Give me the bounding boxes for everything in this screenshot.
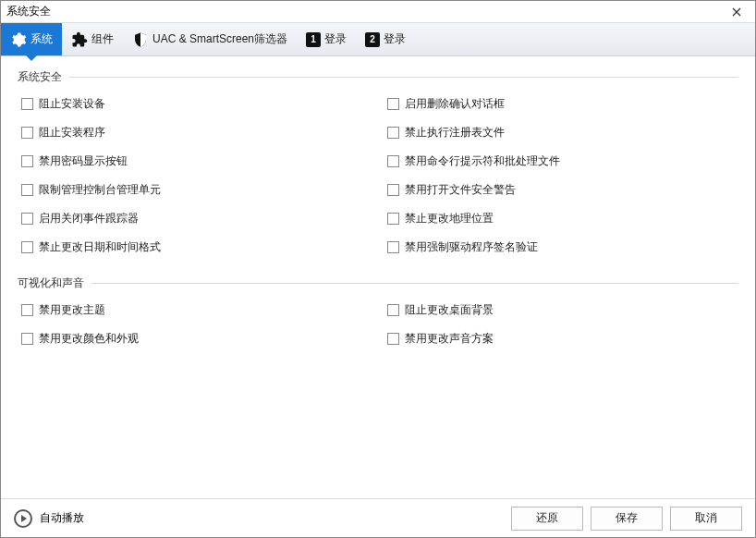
checkbox[interactable]	[21, 127, 33, 139]
checkbox[interactable]	[387, 155, 399, 167]
tab-label: 登录	[324, 31, 347, 47]
gear-icon	[10, 31, 27, 48]
option-label: 禁止执行注册表文件	[405, 125, 505, 141]
option-block-desktop-bg[interactable]: 阻止更改桌面背景	[387, 302, 735, 318]
group-title: 系统安全	[18, 69, 62, 85]
options-grid: 阻止安装设备 阻止安装程序 禁用密码显示按钮 限制管理控制台管理单元 启用关闭事…	[18, 92, 738, 266]
group-title: 可视化和声音	[18, 275, 84, 291]
group-header: 可视化和声音	[18, 275, 738, 291]
footer-left: 自动播放	[14, 509, 504, 528]
checkbox[interactable]	[21, 241, 33, 253]
save-button[interactable]: 保存	[591, 507, 663, 531]
checkbox[interactable]	[387, 98, 399, 110]
titlebar: 系统安全	[1, 1, 755, 23]
checkbox[interactable]	[387, 333, 399, 345]
checkbox[interactable]	[21, 304, 33, 316]
puzzle-icon	[71, 31, 88, 48]
option-restrict-mmc[interactable]: 限制管理控制台管理单元	[21, 182, 369, 198]
checkbox[interactable]	[387, 184, 399, 196]
restore-button[interactable]: 还原	[511, 507, 583, 531]
option-disable-datetime-format[interactable]: 禁止更改日期和时间格式	[21, 239, 369, 255]
option-label: 阻止安装程序	[39, 125, 105, 141]
close-icon	[732, 7, 741, 17]
checkbox[interactable]	[21, 98, 33, 110]
option-disable-password-reveal[interactable]: 禁用密码显示按钮	[21, 153, 369, 169]
tab-login-2[interactable]: 2 登录	[356, 23, 415, 55]
checkbox[interactable]	[387, 213, 399, 225]
checkbox[interactable]	[387, 241, 399, 253]
window-title: 系统安全	[6, 4, 51, 19]
divider	[69, 77, 738, 78]
tab-login-1[interactable]: 1 登录	[297, 23, 356, 55]
option-block-install-device[interactable]: 阻止安装设备	[21, 96, 369, 112]
checkbox[interactable]	[387, 127, 399, 139]
option-disable-color-appearance[interactable]: 禁用更改颜色和外观	[21, 331, 369, 347]
option-disable-theme-change[interactable]: 禁用更改主题	[21, 302, 369, 318]
option-label: 禁用更改声音方案	[405, 331, 494, 347]
option-disable-regfile[interactable]: 禁止执行注册表文件	[387, 125, 735, 141]
tab-label: UAC & SmartScreen筛选器	[152, 31, 287, 47]
tab-uac-smartscreen[interactable]: UAC & SmartScreen筛选器	[123, 23, 297, 55]
cancel-button[interactable]: 取消	[670, 507, 742, 531]
tab-label: 系统	[30, 31, 53, 47]
option-label: 禁止更改地理位置	[405, 211, 494, 226]
group-header: 系统安全	[18, 69, 738, 85]
option-label: 启用删除确认对话框	[405, 96, 505, 112]
options-grid: 禁用更改主题 禁用更改颜色和外观 阻止更改桌面背景 禁用更改声音方案	[18, 299, 738, 358]
autoplay-label[interactable]: 自动播放	[40, 510, 84, 526]
footer: 自动播放 还原 保存 取消	[1, 498, 755, 537]
option-enable-shutdown-tracker[interactable]: 启用关闭事件跟踪器	[21, 211, 369, 226]
option-disable-driver-signing[interactable]: 禁用强制驱动程序签名验证	[387, 239, 735, 255]
option-label: 阻止安装设备	[39, 96, 105, 112]
checkbox[interactable]	[21, 184, 33, 196]
checkbox[interactable]	[21, 155, 33, 167]
option-label: 禁用密码显示按钮	[39, 153, 128, 169]
checkbox[interactable]	[387, 304, 399, 316]
option-label: 启用关闭事件跟踪器	[39, 211, 139, 226]
option-label: 禁用打开文件安全警告	[405, 182, 516, 198]
content-area: 系统安全 阻止安装设备 阻止安装程序 禁用密码显示按钮 限制管理控制台管理单元 …	[1, 56, 755, 498]
shield-icon	[132, 31, 149, 48]
option-label: 禁用更改主题	[39, 302, 105, 318]
tab-system[interactable]: 系统	[1, 23, 62, 55]
checkbox[interactable]	[21, 213, 33, 225]
number-badge-2-icon: 2	[365, 32, 380, 47]
group-system-security: 系统安全 阻止安装设备 阻止安装程序 禁用密码显示按钮 限制管理控制台管理单元 …	[18, 69, 738, 266]
number-badge-1-icon: 1	[306, 32, 321, 47]
divider	[91, 283, 738, 284]
group-visual-sound: 可视化和声音 禁用更改主题 禁用更改颜色和外观 阻止更改桌面背景 禁用更改声音方…	[18, 275, 738, 358]
tab-label: 登录	[384, 31, 406, 47]
option-disable-open-file-warning[interactable]: 禁用打开文件安全警告	[387, 182, 735, 198]
option-label: 阻止更改桌面背景	[405, 302, 494, 318]
option-disable-geolocation-change[interactable]: 禁止更改地理位置	[387, 211, 735, 226]
close-button[interactable]	[724, 3, 750, 21]
tab-components[interactable]: 组件	[62, 23, 123, 55]
option-label: 禁用强制驱动程序签名验证	[405, 239, 538, 255]
option-disable-sound-scheme[interactable]: 禁用更改声音方案	[387, 331, 735, 347]
option-label: 禁用命令行提示符和批处理文件	[405, 153, 560, 169]
checkbox[interactable]	[21, 333, 33, 345]
option-disable-cmd-batch[interactable]: 禁用命令行提示符和批处理文件	[387, 153, 735, 169]
option-label: 限制管理控制台管理单元	[39, 182, 161, 198]
option-label: 禁用更改颜色和外观	[39, 331, 139, 347]
tab-label: 组件	[91, 31, 114, 47]
toolbar: 系统 组件 UAC & SmartScreen筛选器 1 登录 2 登录	[1, 23, 755, 56]
option-label: 禁止更改日期和时间格式	[39, 239, 161, 255]
play-circle-icon[interactable]	[14, 509, 32, 528]
option-block-install-program[interactable]: 阻止安装程序	[21, 125, 369, 141]
option-enable-delete-confirm[interactable]: 启用删除确认对话框	[387, 96, 735, 112]
